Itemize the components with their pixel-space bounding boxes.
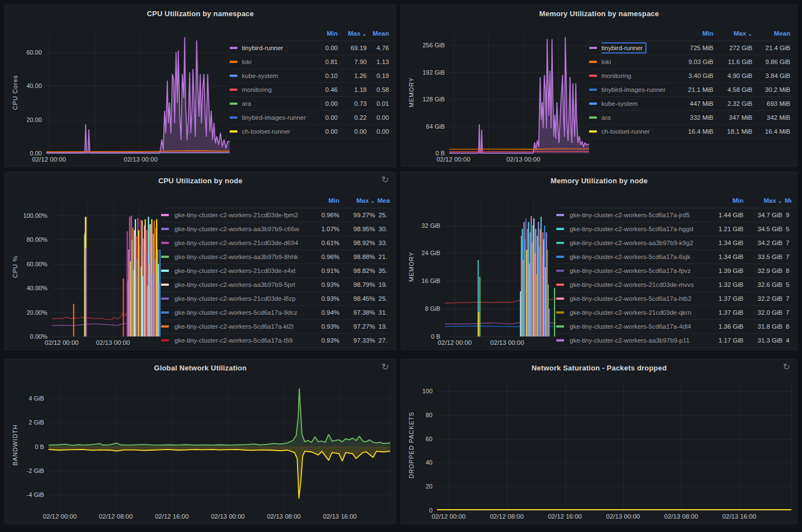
legend-row[interactable]: ara332 MiB347 MiB342 MiB xyxy=(589,111,791,125)
plot-area[interactable] xyxy=(445,201,556,336)
series-label: tinybird-images-runner xyxy=(601,86,675,93)
y-tick-label: 80 xyxy=(426,412,432,418)
plot-area[interactable] xyxy=(449,34,589,153)
mean-value: 30. xyxy=(376,226,390,232)
min-value: 1.37 GiB xyxy=(709,295,745,302)
max-value: 98.95% xyxy=(341,226,376,232)
legend-row[interactable]: gke-tiny-cluster-c2-workers-5cd6a17a-t59… xyxy=(161,334,390,348)
mean-value: 7 xyxy=(784,309,791,316)
panel-header[interactable]: Memory Utilization by node xyxy=(401,172,797,189)
min-value: 0.96% xyxy=(308,253,341,260)
chart-series-svg xyxy=(48,383,390,510)
legend-row[interactable]: gke-tiny-cluster-c2-workers-5cd6a17a-6sj… xyxy=(556,250,791,264)
panel-header[interactable]: Memory Utilization by namespace xyxy=(401,5,797,22)
max-value: 0.73 xyxy=(339,100,368,107)
legend-row[interactable]: gke-tiny-cluster-c2-workers-aa3b97b9-5pr… xyxy=(161,278,390,292)
series-color-swatch xyxy=(556,228,564,230)
legend-header-mean[interactable]: Mean xyxy=(368,30,390,37)
plot-area[interactable] xyxy=(46,34,230,153)
legend-row[interactable]: tinybird-runner725 MiB272 GiB21.4 GiB xyxy=(589,41,791,55)
mean-value: 693 MiB xyxy=(754,100,791,107)
legend-row[interactable]: gke-tiny-cluster-c2-workers-aa3b97b9-8hh… xyxy=(161,250,390,264)
legend-row[interactable]: tinybird-images-runner21.1 MiB4.58 GiB30… xyxy=(589,83,791,97)
swatch-cell xyxy=(556,325,570,328)
max-value: 32.9 GiB xyxy=(745,267,784,274)
panel-body: MEMORY 0 B8 GiB16 GiB24 GiB32 GiB 02/12 … xyxy=(401,189,797,350)
legend-header-max[interactable]: Max⌄ xyxy=(745,197,784,204)
series-color-swatch xyxy=(161,284,169,286)
legend-row[interactable]: tinybird-runner0.0069.194.76 xyxy=(230,41,390,55)
refresh-icon[interactable]: ↻ xyxy=(380,174,391,186)
packets-dropped-chart: DROPPED PACKETS 020406080100 02/12 00:00… xyxy=(407,376,791,521)
legend-row[interactable]: gke-tiny-cluster-c2-workers-5cd6a17a-4dl… xyxy=(556,320,791,334)
legend-header-max[interactable]: Max⌄ xyxy=(341,197,376,204)
legend-row[interactable]: monitoring3.40 GiB4.90 GiB3.84 GiB xyxy=(589,69,791,83)
legend-header-min[interactable]: Min xyxy=(308,197,341,204)
legend-row[interactable]: gke-tiny-cluster-c2-workers-5cd6a17a-fpv… xyxy=(556,264,791,278)
legend-row[interactable]: gke-tiny-cluster-c2-workers-21cd03de-x4x… xyxy=(161,264,390,278)
legend-row[interactable]: monitoring0.461.180.58 xyxy=(230,83,390,97)
refresh-icon[interactable]: ↻ xyxy=(380,361,391,373)
series-line-tinybird-runner xyxy=(449,37,589,153)
legend-row[interactable]: ch-toolset-runner0.000.000.00 xyxy=(230,125,390,139)
legend-row[interactable]: loki0.817.901.13 xyxy=(230,55,390,69)
panel-header[interactable]: CPU Utilization by node ↻ xyxy=(5,172,396,189)
series-label: gke-tiny-cluster-c2-workers-aa3b97b9-p11 xyxy=(570,337,709,344)
legend-row[interactable]: gke-tiny-cluster-c2-workers-21cd03de-l8z… xyxy=(161,292,390,306)
legend-row[interactable]: kube-system447 MiB2.32 GiB693 MiB xyxy=(589,97,791,111)
y-axis-tick-labels: 0.0020.0040.0060.00 xyxy=(20,34,46,153)
panel-header[interactable]: Global Network Utilization ↻ xyxy=(5,359,396,376)
legend-row[interactable]: gke-tiny-cluster-c2-workers-aa3b97b9-k9g… xyxy=(556,236,791,250)
plot-area[interactable] xyxy=(437,383,791,510)
legend-row[interactable]: gke-tiny-cluster-c2-workers-21cd03de-qkr… xyxy=(556,306,791,320)
y-axis-title: MEMORY xyxy=(407,34,416,164)
legend-row[interactable]: loki9.03 GiB11.6 GiB9.86 GiB xyxy=(589,55,791,69)
grafana-dashboard: CPU Utilization by namespace CPU Cores 0… xyxy=(0,0,802,529)
legend-row[interactable]: gke-tiny-cluster-c2-workers-21cd03de-mvv… xyxy=(556,278,791,292)
y-tick-label: 64 GiB xyxy=(426,123,445,130)
legend-header-min[interactable]: Min xyxy=(709,197,745,204)
legend-row[interactable]: gke-tiny-cluster-c2-workers-5cd6a17a-jrd… xyxy=(556,208,791,222)
refresh-icon[interactable]: ↻ xyxy=(781,361,793,373)
legend-header-mean[interactable]: Mean xyxy=(754,30,791,37)
swatch-cell xyxy=(161,228,174,230)
mean-value: 4 xyxy=(784,337,791,344)
plot-area[interactable] xyxy=(52,201,161,336)
mean-value: 342 MiB xyxy=(754,114,791,121)
series-label: kube-system xyxy=(601,100,675,107)
series-color-swatch xyxy=(556,284,564,286)
panel-header[interactable]: CPU Utilization by namespace xyxy=(5,5,396,22)
legend-row[interactable]: gke-tiny-cluster-c2-workers-aa3b97b9-p11… xyxy=(556,334,791,348)
legend-header-min[interactable]: Min xyxy=(675,30,714,37)
panel-header[interactable]: Network Saturation - Packets dropped ↻ xyxy=(401,359,797,376)
legend-row[interactable]: tinybird-images-runner0.000.220.00 xyxy=(230,111,390,125)
legend-header-min[interactable]: Min xyxy=(314,30,339,37)
series-label: kube-system xyxy=(242,72,314,79)
min-value: 0.94% xyxy=(308,309,341,316)
legend-row[interactable]: kube-system0.101.260.19 xyxy=(230,69,390,83)
x-tick-label: 02/12 00:00 xyxy=(436,156,470,163)
legend-row[interactable]: gke-tiny-cluster-c2-workers-21cd03de-d69… xyxy=(161,236,390,250)
legend-row[interactable]: gke-tiny-cluster-c2-workers-5cd6a17a-9dc… xyxy=(161,306,390,320)
legend-row[interactable]: ara0.000.730.01 xyxy=(230,97,390,111)
legend-header-max[interactable]: Max⌄ xyxy=(714,30,754,37)
plot-area[interactable] xyxy=(48,383,390,510)
series-color-swatch xyxy=(589,89,597,91)
sort-chevron-icon: ⌄ xyxy=(362,31,367,37)
legend-header-mean[interactable]: Mean xyxy=(784,197,791,204)
panel-body: BANDWIDTH -4 GiB-2 GiB0 B2 GiB4 GiB 02/1… xyxy=(5,376,396,524)
min-value: 0.46 xyxy=(314,86,339,93)
legend-row[interactable]: gke-tiny-cluster-c2-workers-aa3b97b9-c66… xyxy=(161,222,390,236)
legend-row[interactable]: gke-tiny-cluster-c2-workers-5cd6a17a-hgg… xyxy=(556,222,791,236)
legend-header-max[interactable]: Max⌄ xyxy=(339,30,368,37)
legend-header-mean[interactable]: Mean xyxy=(376,197,390,204)
max-value: 32.6 GiB xyxy=(745,281,784,288)
y-tick-label: 20.00 xyxy=(26,116,42,123)
legend-row[interactable]: gke-tiny-cluster-c2-workers-21cd03de-fpm… xyxy=(161,208,390,222)
mean-value: 8 xyxy=(784,323,791,330)
legend-row[interactable]: ch-toolset-runner16.4 MiB18.1 MiB16.4 Mi… xyxy=(589,125,791,139)
y-axis-tick-labels: 020406080100 xyxy=(416,383,437,510)
legend-row[interactable]: gke-tiny-cluster-c2-workers-5cd6a17a-kl2… xyxy=(161,320,390,334)
legend-row[interactable]: gke-tiny-cluster-c2-workers-5cd6a17a-htb… xyxy=(556,292,791,306)
swatch-cell xyxy=(556,256,570,258)
